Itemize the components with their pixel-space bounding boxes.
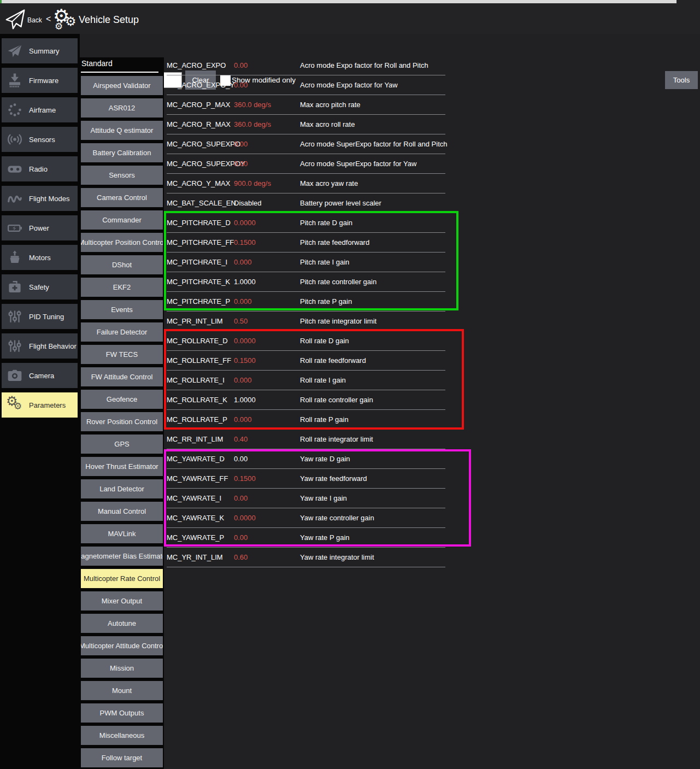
sidebar-item-airframe[interactable]: Airframe bbox=[2, 97, 78, 122]
param-row[interactable]: MC_ROLLRATE_I 0.000 Roll rate I gain bbox=[167, 371, 445, 390]
category-item-magnetometer-bias-estimator[interactable]: Magnetometer Bias Estimator bbox=[81, 547, 163, 566]
category-item-mixer-output[interactable]: Mixer Output bbox=[81, 591, 163, 610]
category-item-camera-control[interactable]: Camera Control bbox=[81, 188, 163, 207]
category-item-battery-calibration[interactable]: Battery Calibration bbox=[81, 143, 163, 162]
header-bar: Back < ⚙⚙⚙ Vehicle Setup bbox=[0, 3, 700, 34]
parameter-toolbar: Search: Clear Show modified only Tools bbox=[0, 34, 700, 58]
paper-plane-logo-icon[interactable] bbox=[4, 8, 26, 31]
category-item-dshot[interactable]: DShot bbox=[81, 255, 163, 274]
sensors-icon bbox=[7, 131, 23, 148]
sidebar-item-safety[interactable]: Safety bbox=[2, 274, 78, 300]
motors-icon bbox=[7, 249, 23, 266]
param-row[interactable]: MC_PITCHRATE_K 1.0000 Pitch rate control… bbox=[167, 272, 445, 292]
category-item-multicopter-position-control[interactable]: Multicopter Position Control bbox=[81, 233, 163, 252]
param-row[interactable]: MC_ACRO_SUPEXPOY 0.00 Acro mode SuperExp… bbox=[167, 154, 445, 174]
sidebar-item-camera[interactable]: Camera bbox=[2, 363, 78, 388]
category-item-attitude-q-estimator[interactable]: Attitude Q estimator bbox=[81, 121, 163, 140]
param-row[interactable]: MC_ROLLRATE_D 0.0000 Roll rate D gain bbox=[167, 331, 445, 351]
param-row[interactable]: MC_YAWRATE_K 0.0000 Yaw rate controller … bbox=[167, 508, 445, 528]
page-title: Vehicle Setup bbox=[79, 14, 139, 26]
category-item-commander[interactable]: Commander bbox=[81, 210, 163, 230]
firmware-icon bbox=[7, 72, 23, 89]
parameter-table: MC_ACRO_EXPO 0.00 Acro mode Expo factor … bbox=[167, 56, 445, 567]
category-item-miscellaneous[interactable]: Miscellaneous bbox=[81, 726, 163, 745]
param-row[interactable]: MC_RR_INT_LIM 0.40 Roll rate integrator … bbox=[167, 430, 445, 449]
sidebar-item-radio[interactable]: Radio bbox=[2, 156, 78, 181]
category-item-follow-target[interactable]: Follow target bbox=[81, 748, 163, 767]
vehicle-setup-window: Back < ⚙⚙⚙ Vehicle Setup Search: Clear S… bbox=[0, 0, 700, 769]
radio-icon bbox=[7, 161, 23, 177]
param-row[interactable]: MC_ACRO_Y_MAX 900.0 deg/s Max acro yaw r… bbox=[167, 174, 445, 193]
param-row[interactable]: MC_PITCHRATE_FF 0.1500 Pitch rate feedfo… bbox=[167, 233, 445, 253]
category-item-autotune[interactable]: Autotune bbox=[81, 614, 163, 633]
airframe-icon bbox=[7, 102, 23, 118]
pid-tuning-icon bbox=[7, 308, 23, 325]
vehicle-setup-gears-icon: ⚙⚙⚙ bbox=[53, 8, 78, 34]
category-item-ekf2[interactable]: EKF2 bbox=[81, 278, 163, 297]
camera-icon bbox=[7, 367, 23, 384]
sidebar-item-flight-modes[interactable]: Flight Modes bbox=[2, 186, 78, 211]
category-item-fw-attitude-control[interactable]: FW Attitude Control bbox=[81, 367, 163, 386]
param-row[interactable]: MC_PITCHRATE_I 0.000 Pitch rate I gain bbox=[167, 253, 445, 272]
category-item-rover-position-control[interactable]: Rover Position Control bbox=[81, 412, 163, 431]
sidebar-item-firmware[interactable]: Firmware bbox=[2, 68, 78, 93]
category-item-airspeed-validator[interactable]: Airspeed Validator bbox=[81, 76, 163, 95]
param-row[interactable]: MC_YAWRATE_D 0.00 Yaw rate D gain bbox=[167, 449, 445, 469]
param-row[interactable]: MC_YAWRATE_P 0.00 Yaw rate P gain bbox=[167, 528, 445, 548]
summary-icon bbox=[7, 43, 23, 59]
param-row[interactable]: MC_ACRO_R_MAX 360.0 deg/s Max acro roll … bbox=[167, 115, 445, 134]
category-item-events[interactable]: Events bbox=[81, 300, 163, 319]
sidebar-item-flight-behavior[interactable]: Flight Behavior bbox=[2, 333, 78, 359]
category-item-geofence[interactable]: Geofence bbox=[81, 390, 163, 409]
category-item-multicopter-attitude-control[interactable]: Multicopter Attitude Control bbox=[81, 636, 163, 655]
category-item-mavlink[interactable]: MAVLink bbox=[81, 524, 163, 543]
category-item-mission[interactable]: Mission bbox=[81, 659, 163, 678]
param-row[interactable]: MC_ACRO_P_MAX 360.0 deg/s Max acro pitch… bbox=[167, 95, 445, 115]
param-row[interactable]: MC_YAWRATE_FF 0.1500 Yaw rate feedforwar… bbox=[167, 469, 445, 489]
sidebar-item-power[interactable]: Power bbox=[2, 215, 78, 240]
parameters-icon: ⚙⚙ bbox=[7, 397, 23, 413]
sidebar-item-parameters[interactable]: ⚙⚙ Parameters bbox=[2, 392, 78, 418]
param-row[interactable]: MC_YAWRATE_I 0.00 Yaw rate I gain bbox=[167, 489, 445, 508]
category-item-failure-detector[interactable]: Failure Detector bbox=[81, 322, 163, 342]
category-item-mount[interactable]: Mount bbox=[81, 681, 163, 700]
category-group-underline bbox=[81, 72, 158, 73]
category-item-fw-tecs[interactable]: FW TECS bbox=[81, 345, 163, 364]
category-item-land-detector[interactable]: Land Detector bbox=[81, 479, 163, 498]
param-row[interactable]: MC_ROLLRATE_FF 0.1500 Roll rate feedforw… bbox=[167, 351, 445, 371]
safety-icon bbox=[7, 279, 23, 295]
category-item-manual-control[interactable]: Manual Control bbox=[81, 502, 163, 521]
tools-button[interactable]: Tools bbox=[665, 71, 698, 89]
param-row[interactable]: MC_ACRO_EXPO 0.00 Acro mode Expo factor … bbox=[167, 56, 445, 75]
param-row[interactable]: MC_ACRO_SUPEXPO 0.00 Acro mode SuperExpo… bbox=[167, 134, 445, 154]
sidebar-item-summary[interactable]: Summary bbox=[2, 38, 78, 63]
sidebar-item-motors[interactable]: Motors bbox=[2, 245, 78, 270]
param-row[interactable]: MC_PITCHRATE_D 0.0000 Pitch rate D gain bbox=[167, 213, 445, 233]
param-row[interactable]: MC_BAT_SCALE_EN Disabled Battery power l… bbox=[167, 193, 445, 213]
power-icon bbox=[7, 220, 23, 236]
sidebar-item-sensors[interactable]: Sensors bbox=[2, 127, 78, 152]
param-row[interactable]: MC_ACRO_EXPO_Y 0.00 Acro mode Expo facto… bbox=[167, 75, 445, 95]
param-row[interactable]: MC_YR_INT_LIM 0.60 Yaw rate integrator l… bbox=[167, 548, 445, 567]
category-item-multicopter-rate-control[interactable]: Multicopter Rate Control bbox=[81, 569, 163, 588]
breadcrumb-chevron: < bbox=[46, 14, 51, 24]
param-row[interactable]: MC_ROLLRATE_K 1.0000 Roll rate controlle… bbox=[167, 390, 445, 410]
category-item-sensors[interactable]: Sensors bbox=[81, 166, 163, 185]
category-group-label: Standard bbox=[81, 59, 164, 68]
param-row[interactable]: MC_PR_INT_LIM 0.50 Pitch rate integrator… bbox=[167, 312, 445, 331]
category-item-hover-thrust-estimator[interactable]: Hover Thrust Estimator bbox=[81, 457, 163, 476]
sidebar-item-pid-tuning[interactable]: PID Tuning bbox=[2, 304, 78, 329]
flight-behavior-icon bbox=[7, 338, 23, 354]
category-item-pwm-outputs[interactable]: PWM Outputs bbox=[81, 703, 163, 723]
param-row[interactable]: MC_ROLLRATE_P 0.000 Roll rate P gain bbox=[167, 410, 445, 430]
category-list: Airspeed Validator ASR012 Attitude Q est… bbox=[80, 76, 164, 767]
param-row[interactable]: MC_PITCHRATE_P 0.000 Pitch rate P gain bbox=[167, 292, 445, 312]
back-button[interactable]: Back bbox=[27, 16, 42, 24]
category-item-asr012[interactable]: ASR012 bbox=[81, 98, 163, 118]
category-item-gps[interactable]: GPS bbox=[81, 435, 163, 454]
parameter-category-panel: Standard Airspeed Validator ASR012 Attit… bbox=[80, 57, 164, 769]
setup-sidebar: Summary Firmware Airframe Sensors Radio bbox=[0, 34, 80, 769]
flight-modes-icon bbox=[7, 190, 23, 207]
